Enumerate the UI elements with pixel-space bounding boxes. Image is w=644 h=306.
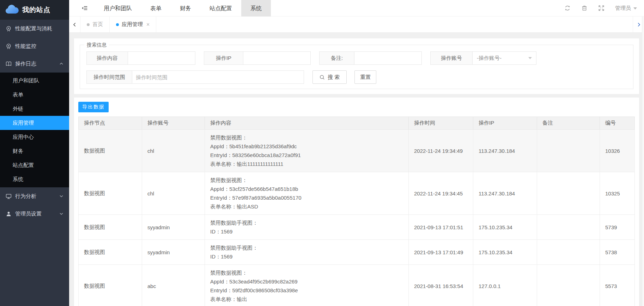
main-area: 用户和团队表单财务站点配置系统 bbox=[69, 0, 644, 306]
search-button-label: 搜 索 bbox=[328, 74, 340, 81]
search-field-input[interactable] bbox=[354, 51, 422, 65]
sidebar-item[interactable]: 行为分析 bbox=[0, 187, 69, 205]
page-tab[interactable]: 应用管理× bbox=[110, 17, 156, 32]
page-tab[interactable]: 首页 bbox=[80, 17, 110, 32]
search-row-1: 操作内容操作IP备注:操作账号-操作账号- bbox=[86, 51, 627, 65]
sidebar-subitem[interactable]: 用户和团队 bbox=[0, 74, 69, 88]
search-button[interactable]: 搜 索 bbox=[312, 70, 347, 84]
table-row[interactable]: 数据视图syyadmin禁用数据助手视图：ID：15692021-09-13 1… bbox=[79, 215, 635, 240]
cloud-icon bbox=[4, 4, 19, 16]
table-row[interactable]: 数据视图chl禁用数据视图：AppId：5b451feab9b21235d36a… bbox=[79, 130, 635, 172]
topnav-item[interactable]: 财务 bbox=[171, 0, 200, 17]
topnav: 用户和团队表单财务站点配置系统 bbox=[69, 0, 644, 17]
sidebar-subitem[interactable]: 应用中心 bbox=[0, 130, 69, 144]
fullscreen-icon[interactable] bbox=[598, 5, 604, 11]
column-header: 操作时间 bbox=[409, 117, 473, 130]
column-header: 操作节点 bbox=[79, 117, 142, 130]
select-value: -操作账号- bbox=[477, 55, 502, 62]
sidebar-item[interactable]: 操作日志 bbox=[0, 55, 69, 73]
chevron-down-icon bbox=[59, 212, 63, 216]
search-field-input[interactable] bbox=[243, 51, 311, 65]
close-icon[interactable]: × bbox=[146, 21, 150, 28]
cell-node: 数据视图 bbox=[79, 240, 142, 265]
cell-remark bbox=[537, 265, 600, 306]
topnav-item[interactable]: 表单 bbox=[141, 0, 171, 17]
user-menu[interactable]: 管理员 bbox=[615, 5, 637, 12]
tabbar: 首页应用管理× bbox=[69, 17, 644, 33]
topnav-menu: 用户和团队表单财务站点配置系统 bbox=[95, 0, 271, 17]
sidebar-item-label: 性能监控 bbox=[15, 43, 36, 50]
content-line: 禁用数据视图： bbox=[210, 133, 403, 142]
content-line: EntryId：583256e60cbca18a272a0f91 bbox=[210, 151, 403, 160]
sidebar-item[interactable]: 性能配置与消耗 bbox=[0, 20, 69, 37]
logo[interactable]: 我的站点 bbox=[0, 0, 69, 20]
cell-time: 2022-11-24 19:34:49 bbox=[409, 130, 473, 172]
caret-down-icon bbox=[633, 7, 637, 10]
sidebar-subitem[interactable]: 应用管理 bbox=[0, 116, 69, 130]
column-header: 编号 bbox=[600, 117, 635, 130]
sidebar-subitem[interactable]: 外链 bbox=[0, 102, 69, 116]
book-icon bbox=[6, 61, 12, 67]
column-header: 备注 bbox=[537, 117, 600, 130]
sidebar-subitem[interactable]: 站点配置 bbox=[0, 158, 69, 172]
cell-remark bbox=[537, 172, 600, 215]
cell-id: 5738 bbox=[600, 240, 635, 265]
search-field: 操作时间范围 bbox=[86, 70, 304, 84]
cell-account: abc bbox=[142, 265, 205, 306]
topnav-item[interactable]: 系统 bbox=[241, 0, 271, 17]
cell-time: 2021-09-13 17:01:51 bbox=[409, 215, 473, 240]
search-field-input[interactable] bbox=[132, 70, 304, 84]
cell-ip: 113.247.30.184 bbox=[473, 130, 537, 172]
monitor-icon bbox=[6, 193, 12, 199]
sidebar-subitem[interactable]: 系统 bbox=[0, 172, 69, 186]
trash-icon[interactable] bbox=[581, 5, 588, 11]
search-field-label: 操作时间范围 bbox=[86, 70, 132, 84]
account-select[interactable]: -操作账号- bbox=[472, 51, 536, 65]
sidebar-item[interactable]: 管理员设置 bbox=[0, 205, 69, 223]
search-field: 操作IP bbox=[204, 51, 311, 65]
search-field: 操作内容 bbox=[86, 51, 195, 65]
table-row[interactable]: 数据视图chl禁用数据视图：AppId：53cf257de566b547a651… bbox=[79, 172, 635, 215]
content-line: ID：1569 bbox=[210, 227, 403, 236]
search-fieldset: 搜索信息 操作内容操作IP备注:操作账号-操作账号- 操作时间范围 搜 索 bbox=[80, 45, 633, 89]
cell-account: chl bbox=[142, 130, 205, 172]
user-icon bbox=[6, 211, 12, 217]
sidebar-item[interactable]: 性能监控 bbox=[0, 37, 69, 55]
sidebar-subitem[interactable]: 财务 bbox=[0, 144, 69, 158]
sidebar-item-label: 性能配置与消耗 bbox=[15, 25, 52, 32]
cell-account: chl bbox=[142, 172, 205, 215]
cell-time: 2022-11-24 19:34:45 bbox=[409, 172, 473, 215]
table-body: 数据视图chl禁用数据视图：AppId：5b451feab9b21235d36a… bbox=[79, 130, 635, 306]
chevron-down-icon bbox=[528, 57, 532, 59]
search-field: 操作账号-操作账号- bbox=[430, 51, 536, 65]
cell-node: 数据视图 bbox=[79, 265, 142, 306]
topnav-item[interactable]: 用户和团队 bbox=[95, 0, 141, 17]
signal-icon bbox=[6, 43, 12, 49]
content-line: ID：1569 bbox=[210, 252, 403, 261]
cell-ip: 175.10.235.34 bbox=[473, 240, 537, 265]
column-header: 操作内容 bbox=[205, 117, 409, 130]
collapse-menu-icon[interactable] bbox=[81, 5, 88, 11]
cell-id: 5573 bbox=[600, 265, 635, 306]
reset-button[interactable]: 重置 bbox=[354, 70, 376, 84]
page-content: 搜索信息 操作内容操作IP备注:操作账号-操作账号- 操作时间范围 搜 索 bbox=[69, 33, 644, 306]
cell-content: 禁用数据视图：AppId：53c3ead4f95c2b699c82a269Ent… bbox=[205, 265, 409, 306]
cell-account: syyadmin bbox=[142, 240, 205, 265]
topnav-item[interactable]: 站点配置 bbox=[200, 0, 241, 17]
table-row[interactable]: 数据视图syyadmin禁用数据助手视图：ID：15692021-09-13 1… bbox=[79, 240, 635, 265]
export-data-button[interactable]: 导出数据 bbox=[78, 102, 109, 112]
content-line: AppId：5b451feab9b21235d36af9dc bbox=[210, 142, 403, 151]
table-row[interactable]: 数据视图abc禁用数据视图：AppId：53c3ead4f95c2b699c82… bbox=[79, 265, 635, 306]
content-line: 表单名称：输出 bbox=[210, 295, 403, 304]
search-field-label: 操作内容 bbox=[86, 51, 128, 65]
cell-content: 禁用数据视图：AppId：53cf257de566b547a651b18bEnt… bbox=[205, 172, 409, 215]
sidebar: 我的站点 性能配置与消耗性能监控操作日志用户和团队表单外链应用管理应用中心财务站… bbox=[0, 0, 69, 306]
tab-scroll-left[interactable] bbox=[69, 17, 80, 32]
scrollbar[interactable] bbox=[642, 17, 644, 306]
sidebar-item-label: 操作日志 bbox=[15, 61, 36, 67]
sidebar-subitem[interactable]: 表单 bbox=[0, 88, 69, 102]
search-field-input[interactable] bbox=[128, 51, 195, 65]
refresh-icon[interactable] bbox=[564, 5, 571, 11]
search-legend: 搜索信息 bbox=[84, 42, 109, 48]
cell-time: 2021-08-31 16:53:54 bbox=[409, 265, 473, 306]
